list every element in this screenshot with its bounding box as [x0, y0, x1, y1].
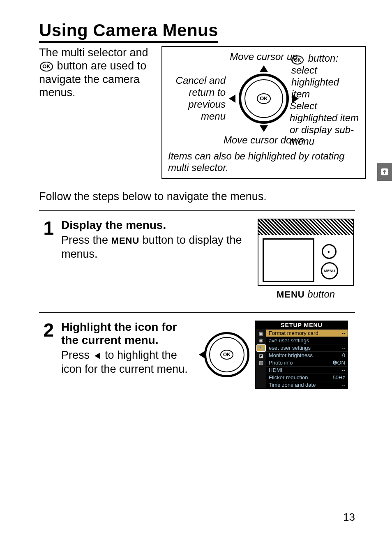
recent-tab-icon: ▤	[259, 360, 263, 366]
intro-before: The multi selector and	[39, 46, 148, 59]
setup-menu-row: eset user settings--	[266, 344, 348, 351]
setup-row-value: --	[341, 337, 345, 344]
setup-row-value: --	[341, 367, 345, 373]
setup-menu-row: Flicker reduction50Hz	[266, 374, 348, 381]
follow-text: Follow the steps below to navigate the m…	[39, 190, 355, 203]
setup-row-value: --	[341, 345, 345, 351]
left-label: Cancel and return to previous menu	[168, 75, 226, 122]
shooting-tab-icon: ◉	[259, 337, 263, 343]
divider	[39, 210, 355, 211]
setup-row-label: Time zone and date	[269, 382, 316, 388]
setup-menu-row: Format memory card--	[266, 329, 348, 337]
diagram-caption: Items can also be highlighted by rotatin…	[168, 150, 360, 174]
right-label: Select highlighted item or display sub-m…	[290, 100, 360, 148]
multi-selector-dial: OK	[239, 74, 289, 124]
setup-menu-row: Monitor brightness0	[266, 351, 348, 359]
setup-row-value: --	[341, 330, 345, 336]
setup-menu-title: SETUP MENU	[256, 321, 348, 329]
multi-selector-dial: OK	[204, 332, 249, 377]
setup-row-value: 0	[342, 352, 345, 358]
setup-row-value: 50Hz	[333, 374, 345, 381]
menu-word: MENU	[111, 235, 140, 246]
step-2-illustration: OK SETUP MENU ▣ ◉ 🔧 ◪ ▤ Format memory ca…	[204, 321, 348, 389]
step-number: 2	[39, 321, 54, 389]
step-title: Display the menus.	[61, 219, 249, 232]
arrow-up-icon	[260, 65, 268, 72]
menu-button-caption: MENU button	[277, 288, 335, 300]
step-number: 1	[39, 219, 54, 300]
setup-menu-row: Time zone and date--	[266, 381, 348, 388]
menu-button-icon: MENU	[321, 262, 338, 279]
setup-row-value: --	[341, 382, 345, 388]
setup-menu-row: ave user settings--	[266, 337, 348, 344]
step-title: Highlight the icon for the current menu.	[61, 321, 197, 347]
intro-after: button are used to navigate the camera m…	[39, 60, 146, 99]
arrow-left-icon	[229, 95, 235, 103]
step-1-illustration: ▸ MENU MENU button	[256, 219, 355, 300]
ok-icon: OK	[40, 62, 53, 72]
setup-menu-row: Photo info❶ON	[266, 359, 348, 366]
retouch-tab-icon: ◪	[259, 353, 263, 359]
page-number: 13	[343, 511, 355, 524]
step-1: 1 Display the menus. Press the MENU butt…	[39, 219, 355, 300]
setup-row-label: HDMI	[269, 367, 282, 373]
setup-row-value: ❶ON	[332, 360, 346, 366]
page-title: Using Camera Menus	[39, 21, 218, 43]
arrow-left-icon	[95, 353, 100, 359]
setup-tab-icon: 🔧	[256, 344, 266, 352]
camera-drawing: ▸ MENU	[258, 219, 354, 286]
setup-row-label: Photo info	[269, 360, 293, 366]
selector-diagram: OK button: select highlighted item Selec…	[161, 46, 366, 179]
step-text: Press the MENU button to display the men…	[61, 233, 249, 261]
setup-menu-icon-strip: ▣ ◉ 🔧 ◪ ▤	[256, 329, 266, 388]
ok-icon: OK	[220, 350, 233, 360]
ok-icon: OK	[291, 55, 304, 65]
arrow-down-icon	[260, 125, 268, 132]
step-2: 2 Highlight the icon for the current men…	[39, 321, 355, 389]
ok-button-label: OK button: select highlighted item	[291, 53, 357, 100]
arrow-left-icon	[199, 351, 205, 359]
setup-row-label: eset user settings	[269, 345, 311, 351]
playback-tab-icon: ▣	[259, 330, 263, 336]
step-text: Press to highlight the icon for the curr…	[61, 348, 197, 376]
setup-row-label: Monitor brightness	[269, 352, 313, 358]
setup-menu-row: HDMI--	[266, 366, 348, 374]
section-tab-icon	[377, 163, 392, 181]
intro-paragraph: The multi selector and OK button are use…	[39, 46, 150, 99]
ok-icon: OK	[257, 93, 271, 104]
setup-row-label: Format memory card	[269, 330, 318, 336]
setup-row-label: Flicker reduction	[269, 374, 308, 381]
playback-icon: ▸	[322, 244, 337, 259]
setup-row-label: ave user settings	[269, 337, 309, 344]
divider	[39, 312, 355, 313]
setup-menu-screenshot: SETUP MENU ▣ ◉ 🔧 ◪ ▤ Format memory card-…	[255, 321, 348, 389]
